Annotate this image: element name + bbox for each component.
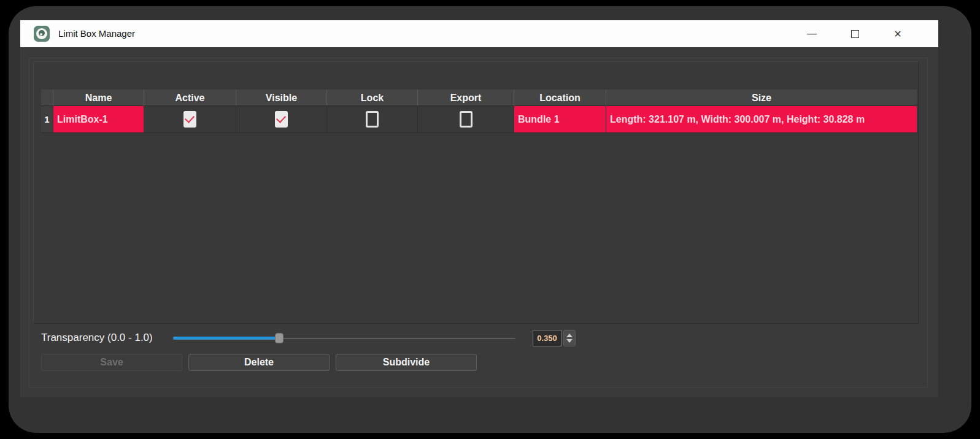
maximize-button[interactable] bbox=[833, 20, 876, 47]
column-header-visible[interactable]: Visible bbox=[236, 90, 327, 106]
dialog-body: Name Active Visible Lock Export Location… bbox=[20, 47, 938, 397]
row-number[interactable]: 1 bbox=[41, 106, 53, 132]
slider-fill bbox=[173, 337, 279, 340]
row-header-corner bbox=[41, 90, 53, 106]
cell-location[interactable]: Bundle 1 bbox=[514, 106, 606, 132]
column-header-active[interactable]: Active bbox=[144, 90, 236, 106]
active-checkbox[interactable] bbox=[183, 111, 196, 128]
lock-checkbox[interactable] bbox=[366, 111, 379, 128]
window-title: Limit Box Manager bbox=[58, 20, 135, 47]
delete-button[interactable]: Delete bbox=[188, 354, 330, 371]
action-button-row: Save Delete Subdivide bbox=[41, 354, 477, 371]
save-button[interactable]: Save bbox=[41, 354, 182, 371]
limit-box-table: Name Active Visible Lock Export Location… bbox=[41, 90, 917, 133]
slider-handle[interactable] bbox=[275, 333, 284, 343]
column-header-location[interactable]: Location bbox=[514, 90, 606, 106]
spin-down-icon[interactable] bbox=[566, 339, 573, 343]
cell-size[interactable]: Length: 321.107 m, Width: 300.007 m, Hei… bbox=[606, 106, 917, 132]
maximize-icon bbox=[851, 30, 859, 38]
column-header-lock[interactable]: Lock bbox=[327, 90, 418, 106]
cell-visible[interactable] bbox=[236, 106, 327, 132]
transparency-slider[interactable] bbox=[173, 333, 515, 343]
transparency-spinbox: 0.350 bbox=[533, 329, 576, 347]
cell-export[interactable] bbox=[418, 106, 514, 132]
cell-name[interactable]: LimitBox-1 bbox=[53, 106, 144, 132]
minimize-button[interactable]: — bbox=[790, 20, 833, 47]
limit-box-manager-window: Limit Box Manager — ✕ Name Active Visibl… bbox=[20, 20, 938, 397]
table-header-row: Name Active Visible Lock Export Location… bbox=[41, 90, 917, 106]
spin-up-icon[interactable] bbox=[566, 334, 573, 337]
visible-checkbox[interactable] bbox=[275, 111, 288, 128]
spinbox-arrows[interactable] bbox=[563, 330, 576, 346]
title-bar[interactable]: Limit Box Manager — ✕ bbox=[20, 20, 938, 47]
export-checkbox[interactable] bbox=[460, 111, 473, 128]
cell-active[interactable] bbox=[144, 106, 236, 132]
window-controls: — ✕ bbox=[790, 20, 919, 47]
cell-lock[interactable] bbox=[327, 106, 418, 132]
app-icon bbox=[34, 26, 50, 42]
subdivide-button[interactable]: Subdivide bbox=[336, 354, 477, 371]
transparency-label: Transparency (0.0 - 1.0) bbox=[41, 330, 153, 345]
spinbox-value[interactable]: 0.350 bbox=[533, 330, 561, 346]
column-header-name[interactable]: Name bbox=[53, 90, 144, 106]
close-button[interactable]: ✕ bbox=[876, 20, 919, 47]
column-header-export[interactable]: Export bbox=[418, 90, 514, 106]
table-row[interactable]: 1 LimitBox-1 Bundle 1 Length: bbox=[41, 106, 917, 133]
column-header-size[interactable]: Size bbox=[606, 90, 917, 106]
window-shadow-panel: Limit Box Manager — ✕ Name Active Visibl… bbox=[9, 6, 971, 433]
